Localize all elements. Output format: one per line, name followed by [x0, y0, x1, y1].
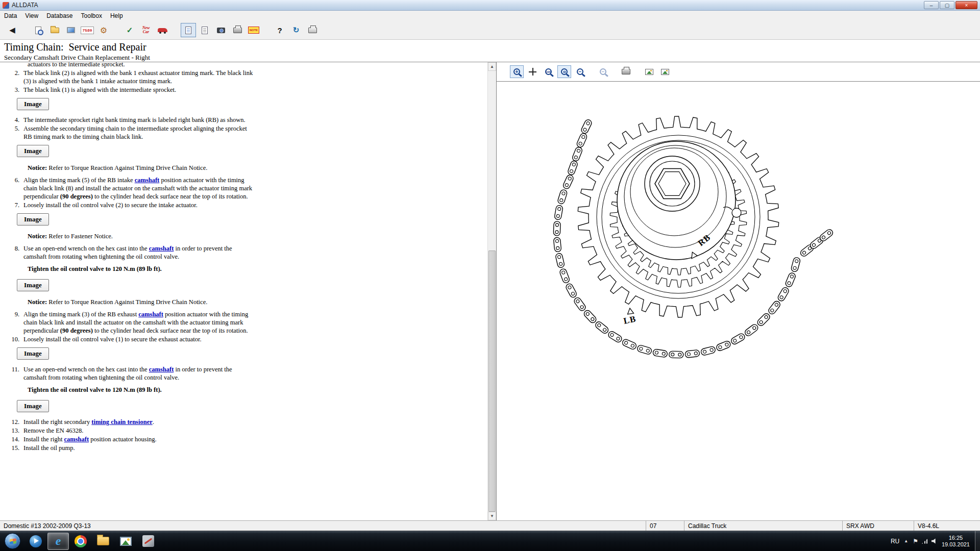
parts-labor-button[interactable]: ⚙ — [96, 23, 111, 37]
text-segment: Notice: — [28, 298, 47, 306]
open-folder-button[interactable] — [47, 23, 62, 37]
article-link[interactable]: camshaft — [149, 245, 174, 252]
titlebar[interactable]: ALLDATA –▢× — [0, 0, 980, 11]
volume-icon[interactable] — [932, 538, 937, 544]
minimize-button[interactable]: – — [924, 1, 939, 9]
step-text: Install the oil pump. — [23, 444, 256, 452]
menu-data[interactable]: Data — [0, 11, 21, 20]
step-number: 15. — [0, 444, 23, 452]
image-button[interactable]: Image — [17, 347, 49, 360]
graphics-button[interactable] — [213, 23, 229, 37]
status-engine: V8-4.6L — [914, 521, 980, 531]
article-link[interactable]: camshaft — [64, 436, 89, 443]
doc-title: Timing Chain: Service and Repair — [4, 40, 976, 54]
zoom-actual-button[interactable]: 100 — [542, 65, 555, 78]
scroll-down-arrow-icon[interactable]: ▼ — [488, 512, 496, 520]
help-button[interactable]: ? — [272, 23, 287, 37]
doc-header: Timing Chain: Service and Repair Seconda… — [0, 40, 980, 62]
procedure-step: 11.Use an open-end wrench on the hex cas… — [0, 365, 487, 382]
maximize-button[interactable]: ▢ — [940, 1, 954, 9]
system-tray: RU ▲ ⚑ 16:25 19.03.2021 — [891, 531, 980, 551]
torque-spec: Tighten the oil control valve to 120 N.m… — [0, 386, 260, 394]
action-center-flag-icon[interactable]: ⚑ — [913, 538, 918, 545]
refresh-button[interactable]: ↻ — [288, 23, 304, 37]
taskbar-explorer[interactable] — [92, 533, 114, 550]
status-code: 07 — [646, 521, 684, 531]
zoom-window-button[interactable] — [557, 65, 571, 78]
zoom-out-button[interactable]: − — [573, 65, 587, 78]
show-desktop-button[interactable] — [975, 531, 980, 551]
refresh-icon: ↻ — [293, 26, 300, 35]
pan-button[interactable] — [526, 65, 540, 78]
copy-image-button[interactable] — [642, 65, 656, 78]
text-segment: The black link (1) is aligned with the i… — [23, 86, 176, 93]
calc-icon: 7580 — [81, 27, 93, 34]
procedure-step: 5.Assemble the secondary timing chain to… — [0, 124, 487, 141]
scroll-up-arrow-icon[interactable]: ▲ — [488, 62, 496, 71]
repair-button[interactable]: ✓ — [122, 23, 137, 37]
pan-icon — [529, 68, 536, 76]
menu-view[interactable]: View — [21, 11, 42, 20]
article-view-button[interactable] — [181, 23, 196, 37]
step-number: 11. — [0, 365, 23, 382]
image-button[interactable]: Image — [17, 213, 49, 226]
text-segment: . — [153, 418, 154, 425]
vehicle-select-button[interactable] — [63, 23, 79, 37]
text-view-button[interactable] — [197, 23, 212, 37]
shop-search-button[interactable] — [31, 23, 46, 37]
image-button[interactable]: Image — [17, 98, 49, 110]
article-link[interactable]: camshaft — [135, 177, 160, 184]
menu-database[interactable]: Database — [42, 11, 77, 20]
text-segment: Align the timing mark (3) of the RB exha… — [23, 311, 138, 318]
step-number: 6. — [0, 176, 23, 201]
procedure-step: 6.Align the timing mark (5) of the RB in… — [0, 176, 487, 201]
article-content: actuators to the intermediate sprocket.2… — [0, 62, 487, 520]
image-button[interactable]: Image — [17, 400, 49, 412]
article-link[interactable]: camshaft — [138, 311, 163, 318]
image-button[interactable]: Image — [17, 145, 49, 157]
zoom-in-button[interactable]: + — [510, 65, 524, 78]
new-car-button[interactable]: New Car — [138, 23, 154, 37]
zoom-previous-button: − — [596, 65, 610, 78]
step-text: Align the timing mark (3) of the RB exha… — [23, 310, 256, 335]
taskbar-media-player[interactable] — [25, 533, 46, 550]
back-button[interactable]: ◀ — [5, 23, 20, 37]
language-indicator[interactable]: RU — [891, 538, 899, 545]
print-image-button[interactable] — [619, 65, 633, 78]
scrollbar-thumb[interactable] — [488, 251, 496, 512]
car-info-button[interactable] — [155, 23, 170, 37]
text-segment: (90 degrees) — [60, 327, 93, 334]
hidden-icons-chevron-icon[interactable]: ▲ — [904, 539, 908, 543]
estimator-button[interactable]: 7580 — [80, 23, 95, 37]
image-button[interactable]: Image — [17, 279, 49, 291]
article-scrollbar[interactable]: ▲ ▼ — [487, 62, 496, 520]
step-number: 13. — [0, 427, 23, 435]
close-button[interactable]: × — [955, 1, 977, 9]
print-setup-button[interactable] — [305, 23, 320, 37]
lines-icon — [202, 27, 208, 34]
taskbar-photo-viewer[interactable] — [115, 533, 136, 550]
taskbar-graphics-app[interactable] — [137, 533, 159, 550]
print-button[interactable] — [230, 23, 245, 37]
clock[interactable]: 16:25 19.03.2021 — [942, 535, 970, 548]
taskbar-chrome[interactable] — [70, 533, 91, 550]
start-button[interactable] — [5, 533, 20, 549]
step-text: Assemble the secondary timing chain to t… — [23, 124, 256, 141]
step-number: 7. — [0, 201, 23, 209]
network-icon[interactable] — [922, 539, 928, 544]
menu-help[interactable]: Help — [106, 11, 127, 20]
menu-toolbox[interactable]: Toolbox — [77, 11, 106, 20]
lb-label-group: LB — [623, 308, 637, 326]
statusbar: Domestic #13 2002-2009 Q3-13 07 Cadillac… — [0, 520, 980, 531]
article-link[interactable]: camshaft — [149, 366, 174, 373]
taskbar-internet-explorer[interactable]: e — [47, 533, 69, 550]
text-segment: Refer to Torque Reaction Against Timing … — [47, 164, 207, 171]
window-controls: –▢× — [923, 1, 977, 9]
text-segment: Install the right — [23, 436, 64, 443]
step-text: Loosely install the oil control valve (1… — [23, 335, 256, 343]
notes-button[interactable]: NOTE — [246, 23, 261, 37]
article-link[interactable]: timing chain tensioner — [91, 418, 152, 425]
printer-icon — [622, 69, 630, 74]
procedure-step: 4.The intermediate sprocket right bank t… — [0, 116, 487, 124]
export-image-button[interactable] — [658, 65, 672, 78]
